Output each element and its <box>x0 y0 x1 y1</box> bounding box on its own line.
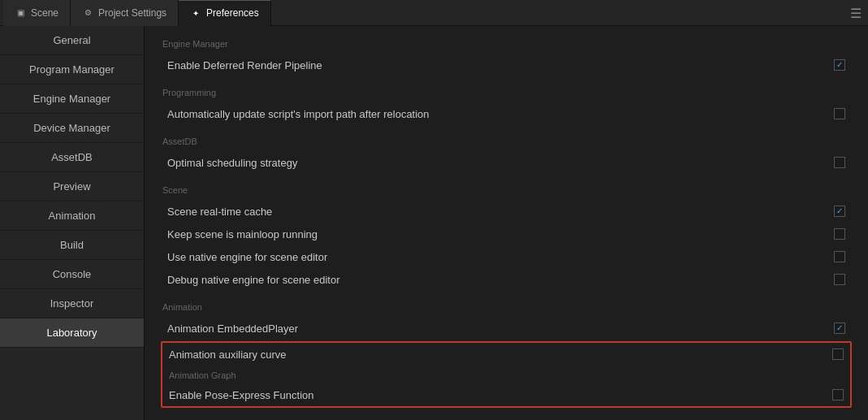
section-header-programming: Programming <box>161 88 852 97</box>
section-header-engine-manager: Engine Manager <box>161 39 852 49</box>
label-auto-update-script: Automatically update script's import pat… <box>167 108 430 120</box>
content-area: Engine Manager Enable Deferred Render Pi… <box>145 26 868 420</box>
section-header-animation: Animation <box>161 302 852 312</box>
section-header-scene: Scene <box>161 185 852 195</box>
row-native-engine-editor: Use native engine for scene editor <box>161 245 852 268</box>
checkbox-animation-auxiliary-curve[interactable] <box>832 349 844 360</box>
checkbox-enable-pose-express[interactable] <box>832 389 844 401</box>
row-optimal-scheduling: Optimal scheduling strategy <box>161 151 852 174</box>
row-auto-update-script: Automatically update script's import pat… <box>161 102 852 125</box>
row-debug-native-engine: Debug native engine for scene editor <box>161 268 852 291</box>
sidebar-item-animation[interactable]: Animation <box>0 201 144 231</box>
sidebar-item-assetdb[interactable]: AssetDB <box>0 143 144 172</box>
checkbox-optimal-scheduling[interactable] <box>834 157 845 168</box>
section-header-animation-graph: Animation Graph <box>162 370 850 380</box>
tab-bar-menu-icon[interactable]: ☰ <box>850 5 862 20</box>
sidebar-item-program-manager[interactable]: Program Manager <box>0 55 144 84</box>
checkbox-debug-native-engine[interactable] <box>834 274 845 285</box>
label-animation-embedded-player: Animation EmbeddedPlayer <box>167 323 298 335</box>
sidebar-item-build[interactable]: Build <box>0 231 144 260</box>
sidebar-item-laboratory[interactable]: Laboratory <box>0 318 144 348</box>
sidebar-item-preview[interactable]: Preview <box>0 172 144 201</box>
label-scene-realtime-cache: Scene real-time cache <box>167 206 272 218</box>
sidebar: General Program Manager Engine Manager D… <box>0 26 145 420</box>
sidebar-item-general[interactable]: General <box>0 26 144 55</box>
label-debug-native-engine: Debug native engine for scene editor <box>167 274 339 286</box>
checkbox-scene-realtime-cache[interactable] <box>834 206 845 217</box>
label-animation-auxiliary-curve: Animation auxiliary curve <box>169 349 287 361</box>
scene-icon: ▣ <box>15 7 26 19</box>
section-header-assetdb: AssetDB <box>161 136 852 146</box>
label-optimal-scheduling: Optimal scheduling strategy <box>167 157 297 169</box>
sidebar-item-console[interactable]: Console <box>0 260 144 289</box>
checkbox-animation-embedded-player[interactable] <box>834 323 845 334</box>
row-animation-embedded-player: Animation EmbeddedPlayer <box>161 317 852 340</box>
tab-preferences-label: Preferences <box>206 7 259 19</box>
tab-preferences[interactable]: ✦ Preferences <box>179 0 271 26</box>
row-keep-scene-mainloop: Keep scene is mainloop running <box>161 223 852 245</box>
checkbox-deferred-render[interactable] <box>834 59 845 71</box>
tab-project-settings-label: Project Settings <box>98 7 166 19</box>
row-enable-pose-express: Enable Pose-Express Function <box>162 383 850 406</box>
checkbox-native-engine-editor[interactable] <box>834 251 845 262</box>
label-deferred-render: Enable Deferred Render Pipeline <box>167 59 322 71</box>
preferences-icon: ✦ <box>190 7 201 19</box>
label-enable-pose-express: Enable Pose-Express Function <box>169 389 313 401</box>
tab-scene[interactable]: ▣ Scene <box>3 0 71 26</box>
checkbox-keep-scene-mainloop[interactable] <box>834 228 845 240</box>
row-deferred-render: Enable Deferred Render Pipeline <box>161 54 852 76</box>
tab-scene-label: Scene <box>31 7 58 19</box>
label-keep-scene-mainloop: Keep scene is mainloop running <box>167 228 317 240</box>
main-layout: General Program Manager Engine Manager D… <box>0 26 868 420</box>
tab-project-settings[interactable]: ⚙ Project Settings <box>71 0 179 26</box>
row-scene-realtime-cache: Scene real-time cache <box>161 200 852 223</box>
row-animation-auxiliary-curve: Animation auxiliary curve <box>162 343 850 366</box>
sidebar-item-inspector[interactable]: Inspector <box>0 289 144 318</box>
sidebar-item-device-manager[interactable]: Device Manager <box>0 114 144 143</box>
sidebar-item-engine-manager[interactable]: Engine Manager <box>0 84 144 114</box>
label-native-engine-editor: Use native engine for scene editor <box>167 251 327 263</box>
tab-bar: ▣ Scene ⚙ Project Settings ✦ Preferences… <box>0 0 868 26</box>
project-settings-icon: ⚙ <box>82 7 93 19</box>
highlighted-settings-group: Animation auxiliary curve Animation Grap… <box>161 341 852 408</box>
checkbox-auto-update-script[interactable] <box>834 108 845 119</box>
